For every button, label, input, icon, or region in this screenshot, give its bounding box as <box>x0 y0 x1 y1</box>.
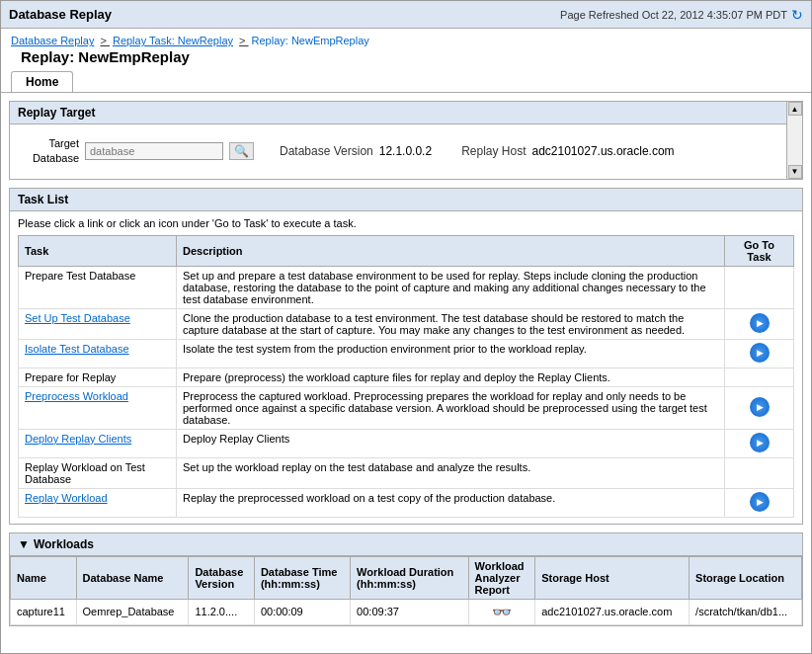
table-row: Preprocess WorkloadPreprocess the captur… <box>19 386 794 429</box>
wl-col-storageloc: Storage Location <box>690 556 802 599</box>
desc-cell: Prepare (preprocess) the workload captur… <box>177 368 725 386</box>
scroll-up-btn[interactable]: ▲ <box>788 102 802 116</box>
db-version-label: Database Version <box>280 144 373 158</box>
goto-task-button[interactable] <box>750 343 770 363</box>
refresh-text: Page Refreshed Oct 22, 2012 4:35:07 PM P… <box>560 9 787 21</box>
wl-db-time: 00:00:09 <box>254 599 350 624</box>
desc-cell: Clone the production database to a test … <box>177 308 725 339</box>
goto-cell <box>725 386 794 429</box>
desc-cell: Set up and prepare a test database envir… <box>177 266 725 308</box>
col-goto: Go To Task <box>725 235 794 266</box>
workloads-header: Workloads <box>34 537 94 551</box>
goto-cell <box>725 368 794 386</box>
task-cell: Prepare Test Database <box>19 266 177 308</box>
tab-home[interactable]: Home <box>11 71 73 92</box>
target-database-input[interactable] <box>85 142 223 160</box>
task-link[interactable]: Replay Workload <box>25 492 108 504</box>
table-row: Set Up Test DatabaseClone the production… <box>19 308 794 339</box>
task-list-intro: Please click a link or click an icon und… <box>18 217 794 229</box>
task-list-section: Task List Please click a link or click a… <box>9 188 803 525</box>
refresh-icon[interactable]: ↻ <box>791 7 803 23</box>
goto-task-button[interactable] <box>750 397 770 417</box>
table-row: Prepare for ReplayPrepare (preprocess) t… <box>19 368 794 386</box>
task-link[interactable]: Deploy Replay Clients <box>25 433 131 445</box>
table-row: Prepare Test DatabaseSet up and prepare … <box>19 266 794 308</box>
wl-col-storagehost: Storage Host <box>535 556 690 599</box>
wl-col-dbname: Database Name <box>76 556 189 599</box>
task-link[interactable]: Preprocess Workload <box>25 390 128 402</box>
wl-col-dbtime: Database Time(hh:mm:ss) <box>254 556 350 599</box>
wl-storage-host: adc2101027.us.oracle.com <box>535 599 690 624</box>
col-description: Description <box>177 235 725 266</box>
task-link[interactable]: Isolate Test Database <box>25 343 129 355</box>
search-icon: 🔍 <box>234 144 249 158</box>
breadcrumb: Database Replay > Replay Task: NewReplay… <box>11 35 801 46</box>
scroll-down-btn[interactable]: ▼ <box>788 165 802 179</box>
goto-cell <box>725 429 794 457</box>
breadcrumb-area: Database Replay > Replay Task: NewReplay… <box>1 29 811 71</box>
goto-cell <box>725 339 794 368</box>
db-version-value: 12.1.0.0.2 <box>379 144 432 158</box>
goto-cell <box>725 308 794 339</box>
header: Database Replay Page Refreshed Oct 22, 2… <box>1 1 811 29</box>
target-database-label: TargetDatabase <box>33 137 79 164</box>
table-row: Replay Workload on Test DatabaseSet up t… <box>19 457 794 488</box>
app-title: Database Replay <box>9 7 112 22</box>
goto-task-button[interactable] <box>750 313 770 333</box>
replay-target-section: Replay Target TargetDatabase 🔍 <box>9 101 803 180</box>
desc-cell: Preprocess the captured workload. Prepro… <box>177 386 725 429</box>
search-button[interactable]: 🔍 <box>229 142 254 160</box>
wl-name: capture11 <box>11 599 77 624</box>
col-task: Task <box>19 235 177 266</box>
breadcrumb-item-1[interactable]: Replay Task: NewReplay <box>113 35 233 46</box>
workload-row: capture11Oemrep_Database11.2.0....00:00:… <box>11 599 802 624</box>
wl-duration: 00:09:37 <box>351 599 468 624</box>
wl-storage-location: /scratch/tkan/db1... <box>690 599 802 624</box>
table-row: Deploy Replay ClientsDeploy Replay Clien… <box>19 429 794 457</box>
wl-db-name: Oemrep_Database <box>76 599 189 624</box>
collapse-icon[interactable]: ▼ <box>18 537 30 551</box>
task-cell: Replay Workload <box>19 488 177 517</box>
workloads-section: ▼ Workloads Name Database Name DatabaseV… <box>9 532 803 626</box>
task-link[interactable]: Set Up Test Database <box>25 312 130 324</box>
goto-cell <box>725 457 794 488</box>
goto-task-button[interactable] <box>750 492 770 512</box>
breadcrumb-item-2: Replay: NewEmpReplay <box>252 35 369 46</box>
wl-analyzer-report[interactable]: 👓 <box>468 599 535 624</box>
task-cell: Isolate Test Database <box>19 339 177 368</box>
task-cell: Replay Workload on Test Database <box>19 457 177 488</box>
refresh-area: Page Refreshed Oct 22, 2012 4:35:07 PM P… <box>560 7 803 23</box>
goto-cell <box>725 488 794 517</box>
replay-target-header: Replay Target <box>18 106 95 120</box>
workload-table: Name Database Name DatabaseVersion Datab… <box>10 556 802 625</box>
wl-col-dbver: DatabaseVersion <box>189 556 255 599</box>
wl-col-name: Name <box>11 556 77 599</box>
desc-cell: Replay the preprocessed workload on a te… <box>177 488 725 517</box>
desc-cell: Set up the workload replay on the test d… <box>177 457 725 488</box>
task-table: Task Description Go To Task Prepare Test… <box>18 235 794 518</box>
table-row: Replay WorkloadReplay the preprocessed w… <box>19 488 794 517</box>
desc-cell: Isolate the test system from the product… <box>177 339 725 368</box>
tabs-row: Home <box>1 71 811 92</box>
wl-db-version: 11.2.0.... <box>189 599 255 624</box>
replay-host-value: adc2101027.us.oracle.com <box>532 144 675 158</box>
page-title: Replay: NewEmpReplay <box>11 46 801 69</box>
analyzer-icon[interactable]: 👓 <box>492 604 512 620</box>
replay-host-label: Replay Host <box>461 144 526 158</box>
desc-cell: Deploy Replay Clients <box>177 429 725 457</box>
breadcrumb-item-0[interactable]: Database Replay <box>11 35 94 46</box>
wl-col-duration: Workload Duration(hh:mm:ss) <box>351 556 468 599</box>
task-cell: Prepare for Replay <box>19 368 177 386</box>
table-row: Isolate Test DatabaseIsolate the test sy… <box>19 339 794 368</box>
main-content: Replay Target TargetDatabase 🔍 <box>1 92 811 653</box>
task-cell: Deploy Replay Clients <box>19 429 177 457</box>
task-list-header: Task List <box>18 193 68 206</box>
goto-cell <box>725 266 794 308</box>
goto-task-button[interactable] <box>750 433 770 452</box>
wl-col-analyzer: WorkloadAnalyzerReport <box>468 556 535 599</box>
task-cell: Preprocess Workload <box>19 386 177 429</box>
task-cell: Set Up Test Database <box>19 308 177 339</box>
